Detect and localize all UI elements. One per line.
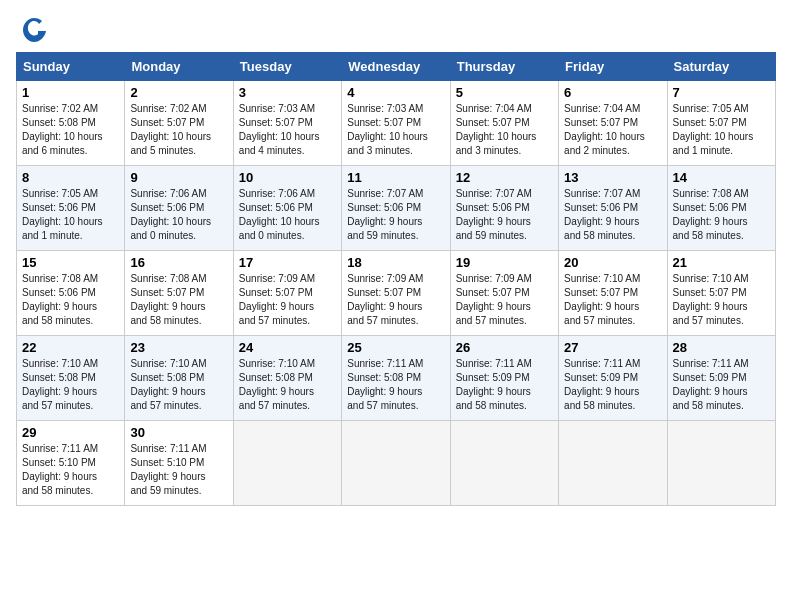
day-info: Sunrise: 7:10 AM Sunset: 5:08 PM Dayligh…: [22, 357, 119, 413]
week-row-1: 1Sunrise: 7:02 AM Sunset: 5:08 PM Daylig…: [17, 81, 776, 166]
weekday-monday: Monday: [125, 53, 233, 81]
day-info: Sunrise: 7:06 AM Sunset: 5:06 PM Dayligh…: [130, 187, 227, 243]
week-row-3: 15Sunrise: 7:08 AM Sunset: 5:06 PM Dayli…: [17, 251, 776, 336]
day-number: 29: [22, 425, 119, 440]
day-info: Sunrise: 7:05 AM Sunset: 5:06 PM Dayligh…: [22, 187, 119, 243]
day-info: Sunrise: 7:08 AM Sunset: 5:06 PM Dayligh…: [22, 272, 119, 328]
calendar-cell: 8Sunrise: 7:05 AM Sunset: 5:06 PM Daylig…: [17, 166, 125, 251]
day-number: 9: [130, 170, 227, 185]
day-number: 25: [347, 340, 444, 355]
calendar-cell: 26Sunrise: 7:11 AM Sunset: 5:09 PM Dayli…: [450, 336, 558, 421]
day-info: Sunrise: 7:05 AM Sunset: 5:07 PM Dayligh…: [673, 102, 770, 158]
day-info: Sunrise: 7:03 AM Sunset: 5:07 PM Dayligh…: [239, 102, 336, 158]
calendar-cell: 7Sunrise: 7:05 AM Sunset: 5:07 PM Daylig…: [667, 81, 775, 166]
day-info: Sunrise: 7:10 AM Sunset: 5:07 PM Dayligh…: [673, 272, 770, 328]
day-number: 16: [130, 255, 227, 270]
day-info: Sunrise: 7:10 AM Sunset: 5:08 PM Dayligh…: [130, 357, 227, 413]
calendar-cell: 27Sunrise: 7:11 AM Sunset: 5:09 PM Dayli…: [559, 336, 667, 421]
weekday-friday: Friday: [559, 53, 667, 81]
header: [16, 16, 776, 44]
calendar-cell: 25Sunrise: 7:11 AM Sunset: 5:08 PM Dayli…: [342, 336, 450, 421]
calendar-cell: 6Sunrise: 7:04 AM Sunset: 5:07 PM Daylig…: [559, 81, 667, 166]
day-number: 22: [22, 340, 119, 355]
day-info: Sunrise: 7:02 AM Sunset: 5:08 PM Dayligh…: [22, 102, 119, 158]
day-info: Sunrise: 7:09 AM Sunset: 5:07 PM Dayligh…: [239, 272, 336, 328]
day-info: Sunrise: 7:07 AM Sunset: 5:06 PM Dayligh…: [347, 187, 444, 243]
day-info: Sunrise: 7:02 AM Sunset: 5:07 PM Dayligh…: [130, 102, 227, 158]
day-number: 19: [456, 255, 553, 270]
day-info: Sunrise: 7:11 AM Sunset: 5:09 PM Dayligh…: [564, 357, 661, 413]
day-info: Sunrise: 7:07 AM Sunset: 5:06 PM Dayligh…: [564, 187, 661, 243]
calendar-cell: 5Sunrise: 7:04 AM Sunset: 5:07 PM Daylig…: [450, 81, 558, 166]
calendar-cell: 21Sunrise: 7:10 AM Sunset: 5:07 PM Dayli…: [667, 251, 775, 336]
calendar-cell: [342, 421, 450, 506]
calendar-cell: 30Sunrise: 7:11 AM Sunset: 5:10 PM Dayli…: [125, 421, 233, 506]
day-number: 24: [239, 340, 336, 355]
day-number: 27: [564, 340, 661, 355]
weekday-thursday: Thursday: [450, 53, 558, 81]
calendar-cell: 10Sunrise: 7:06 AM Sunset: 5:06 PM Dayli…: [233, 166, 341, 251]
calendar-cell: 28Sunrise: 7:11 AM Sunset: 5:09 PM Dayli…: [667, 336, 775, 421]
day-info: Sunrise: 7:08 AM Sunset: 5:06 PM Dayligh…: [673, 187, 770, 243]
weekday-sunday: Sunday: [17, 53, 125, 81]
calendar-cell: 18Sunrise: 7:09 AM Sunset: 5:07 PM Dayli…: [342, 251, 450, 336]
calendar-cell: 23Sunrise: 7:10 AM Sunset: 5:08 PM Dayli…: [125, 336, 233, 421]
day-number: 3: [239, 85, 336, 100]
day-number: 28: [673, 340, 770, 355]
calendar-cell: [233, 421, 341, 506]
day-info: Sunrise: 7:11 AM Sunset: 5:09 PM Dayligh…: [456, 357, 553, 413]
logo-icon: [20, 16, 48, 44]
day-number: 12: [456, 170, 553, 185]
day-number: 15: [22, 255, 119, 270]
day-info: Sunrise: 7:11 AM Sunset: 5:08 PM Dayligh…: [347, 357, 444, 413]
calendar-cell: 20Sunrise: 7:10 AM Sunset: 5:07 PM Dayli…: [559, 251, 667, 336]
day-number: 5: [456, 85, 553, 100]
calendar-cell: 11Sunrise: 7:07 AM Sunset: 5:06 PM Dayli…: [342, 166, 450, 251]
day-number: 11: [347, 170, 444, 185]
day-number: 2: [130, 85, 227, 100]
day-info: Sunrise: 7:04 AM Sunset: 5:07 PM Dayligh…: [456, 102, 553, 158]
calendar-cell: 12Sunrise: 7:07 AM Sunset: 5:06 PM Dayli…: [450, 166, 558, 251]
calendar-cell: 14Sunrise: 7:08 AM Sunset: 5:06 PM Dayli…: [667, 166, 775, 251]
day-info: Sunrise: 7:11 AM Sunset: 5:10 PM Dayligh…: [22, 442, 119, 498]
weekday-saturday: Saturday: [667, 53, 775, 81]
day-number: 4: [347, 85, 444, 100]
day-info: Sunrise: 7:11 AM Sunset: 5:10 PM Dayligh…: [130, 442, 227, 498]
calendar-cell: 17Sunrise: 7:09 AM Sunset: 5:07 PM Dayli…: [233, 251, 341, 336]
weekday-tuesday: Tuesday: [233, 53, 341, 81]
week-row-4: 22Sunrise: 7:10 AM Sunset: 5:08 PM Dayli…: [17, 336, 776, 421]
day-info: Sunrise: 7:08 AM Sunset: 5:07 PM Dayligh…: [130, 272, 227, 328]
calendar-cell: 16Sunrise: 7:08 AM Sunset: 5:07 PM Dayli…: [125, 251, 233, 336]
calendar-body: 1Sunrise: 7:02 AM Sunset: 5:08 PM Daylig…: [17, 81, 776, 506]
calendar-cell: 24Sunrise: 7:10 AM Sunset: 5:08 PM Dayli…: [233, 336, 341, 421]
calendar-cell: 4Sunrise: 7:03 AM Sunset: 5:07 PM Daylig…: [342, 81, 450, 166]
calendar-cell: [667, 421, 775, 506]
day-info: Sunrise: 7:09 AM Sunset: 5:07 PM Dayligh…: [456, 272, 553, 328]
day-number: 26: [456, 340, 553, 355]
day-number: 8: [22, 170, 119, 185]
day-info: Sunrise: 7:11 AM Sunset: 5:09 PM Dayligh…: [673, 357, 770, 413]
calendar-cell: [450, 421, 558, 506]
day-number: 23: [130, 340, 227, 355]
calendar-cell: 9Sunrise: 7:06 AM Sunset: 5:06 PM Daylig…: [125, 166, 233, 251]
logo: [16, 16, 48, 44]
day-info: Sunrise: 7:10 AM Sunset: 5:08 PM Dayligh…: [239, 357, 336, 413]
day-number: 18: [347, 255, 444, 270]
calendar-cell: 1Sunrise: 7:02 AM Sunset: 5:08 PM Daylig…: [17, 81, 125, 166]
weekday-header-row: SundayMondayTuesdayWednesdayThursdayFrid…: [17, 53, 776, 81]
calendar-cell: 3Sunrise: 7:03 AM Sunset: 5:07 PM Daylig…: [233, 81, 341, 166]
week-row-2: 8Sunrise: 7:05 AM Sunset: 5:06 PM Daylig…: [17, 166, 776, 251]
day-number: 20: [564, 255, 661, 270]
day-number: 6: [564, 85, 661, 100]
calendar-cell: [559, 421, 667, 506]
day-number: 30: [130, 425, 227, 440]
day-number: 21: [673, 255, 770, 270]
day-number: 13: [564, 170, 661, 185]
day-number: 17: [239, 255, 336, 270]
day-info: Sunrise: 7:06 AM Sunset: 5:06 PM Dayligh…: [239, 187, 336, 243]
day-info: Sunrise: 7:03 AM Sunset: 5:07 PM Dayligh…: [347, 102, 444, 158]
calendar-cell: 2Sunrise: 7:02 AM Sunset: 5:07 PM Daylig…: [125, 81, 233, 166]
calendar-cell: 29Sunrise: 7:11 AM Sunset: 5:10 PM Dayli…: [17, 421, 125, 506]
calendar-header: SundayMondayTuesdayWednesdayThursdayFrid…: [17, 53, 776, 81]
calendar-cell: 13Sunrise: 7:07 AM Sunset: 5:06 PM Dayli…: [559, 166, 667, 251]
